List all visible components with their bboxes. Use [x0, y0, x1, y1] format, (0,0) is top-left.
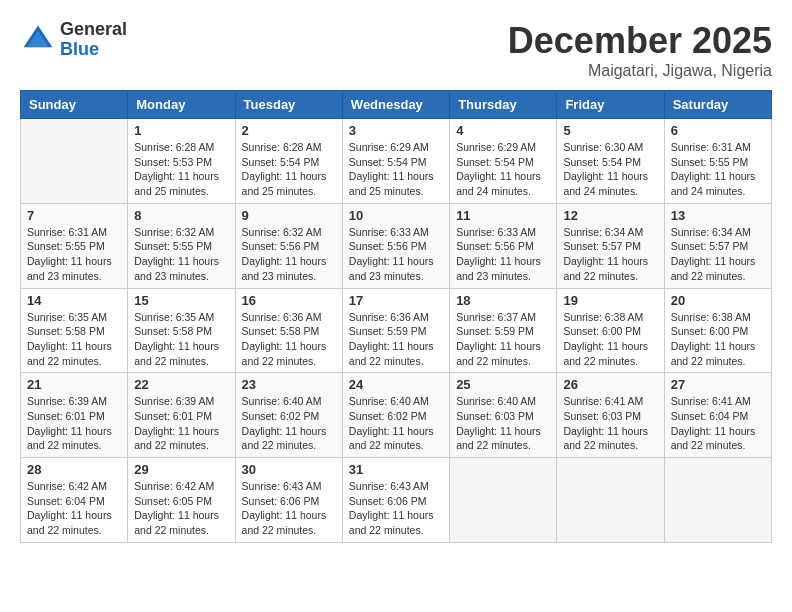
calendar-cell: 1Sunrise: 6:28 AM Sunset: 5:53 PM Daylig… — [128, 119, 235, 204]
logo: General Blue — [20, 20, 127, 60]
day-info: Sunrise: 6:42 AM Sunset: 6:04 PM Dayligh… — [27, 479, 121, 538]
calendar-cell: 15Sunrise: 6:35 AM Sunset: 5:58 PM Dayli… — [128, 288, 235, 373]
day-number: 15 — [134, 293, 228, 308]
day-info: Sunrise: 6:34 AM Sunset: 5:57 PM Dayligh… — [671, 225, 765, 284]
day-info: Sunrise: 6:29 AM Sunset: 5:54 PM Dayligh… — [456, 140, 550, 199]
day-info: Sunrise: 6:39 AM Sunset: 6:01 PM Dayligh… — [134, 394, 228, 453]
day-number: 8 — [134, 208, 228, 223]
day-info: Sunrise: 6:43 AM Sunset: 6:06 PM Dayligh… — [242, 479, 336, 538]
calendar-cell: 9Sunrise: 6:32 AM Sunset: 5:56 PM Daylig… — [235, 203, 342, 288]
day-number: 18 — [456, 293, 550, 308]
day-info: Sunrise: 6:31 AM Sunset: 5:55 PM Dayligh… — [27, 225, 121, 284]
calendar-cell: 21Sunrise: 6:39 AM Sunset: 6:01 PM Dayli… — [21, 373, 128, 458]
day-info: Sunrise: 6:39 AM Sunset: 6:01 PM Dayligh… — [27, 394, 121, 453]
day-number: 11 — [456, 208, 550, 223]
calendar-cell — [664, 458, 771, 543]
day-info: Sunrise: 6:33 AM Sunset: 5:56 PM Dayligh… — [456, 225, 550, 284]
day-number: 4 — [456, 123, 550, 138]
month-title: December 2025 — [508, 20, 772, 62]
day-number: 5 — [563, 123, 657, 138]
calendar-cell — [21, 119, 128, 204]
logo-blue: Blue — [60, 40, 127, 60]
calendar-cell: 27Sunrise: 6:41 AM Sunset: 6:04 PM Dayli… — [664, 373, 771, 458]
logo-icon — [20, 22, 56, 58]
day-info: Sunrise: 6:41 AM Sunset: 6:03 PM Dayligh… — [563, 394, 657, 453]
day-info: Sunrise: 6:43 AM Sunset: 6:06 PM Dayligh… — [349, 479, 443, 538]
title-block: December 2025 Maigatari, Jigawa, Nigeria — [508, 20, 772, 80]
day-number: 13 — [671, 208, 765, 223]
calendar-cell: 7Sunrise: 6:31 AM Sunset: 5:55 PM Daylig… — [21, 203, 128, 288]
calendar-cell: 10Sunrise: 6:33 AM Sunset: 5:56 PM Dayli… — [342, 203, 449, 288]
day-number: 29 — [134, 462, 228, 477]
calendar-cell: 11Sunrise: 6:33 AM Sunset: 5:56 PM Dayli… — [450, 203, 557, 288]
calendar-cell: 14Sunrise: 6:35 AM Sunset: 5:58 PM Dayli… — [21, 288, 128, 373]
day-number: 24 — [349, 377, 443, 392]
day-number: 21 — [27, 377, 121, 392]
calendar-header-friday: Friday — [557, 91, 664, 119]
day-number: 31 — [349, 462, 443, 477]
day-info: Sunrise: 6:33 AM Sunset: 5:56 PM Dayligh… — [349, 225, 443, 284]
calendar-header-row: SundayMondayTuesdayWednesdayThursdayFrid… — [21, 91, 772, 119]
day-number: 7 — [27, 208, 121, 223]
day-number: 23 — [242, 377, 336, 392]
calendar-header-sunday: Sunday — [21, 91, 128, 119]
day-info: Sunrise: 6:37 AM Sunset: 5:59 PM Dayligh… — [456, 310, 550, 369]
calendar-week-row: 7Sunrise: 6:31 AM Sunset: 5:55 PM Daylig… — [21, 203, 772, 288]
calendar-cell: 20Sunrise: 6:38 AM Sunset: 6:00 PM Dayli… — [664, 288, 771, 373]
day-number: 28 — [27, 462, 121, 477]
calendar-week-row: 21Sunrise: 6:39 AM Sunset: 6:01 PM Dayli… — [21, 373, 772, 458]
day-info: Sunrise: 6:40 AM Sunset: 6:03 PM Dayligh… — [456, 394, 550, 453]
calendar-cell: 16Sunrise: 6:36 AM Sunset: 5:58 PM Dayli… — [235, 288, 342, 373]
day-number: 19 — [563, 293, 657, 308]
calendar-header-saturday: Saturday — [664, 91, 771, 119]
calendar-cell: 29Sunrise: 6:42 AM Sunset: 6:05 PM Dayli… — [128, 458, 235, 543]
day-info: Sunrise: 6:29 AM Sunset: 5:54 PM Dayligh… — [349, 140, 443, 199]
day-number: 6 — [671, 123, 765, 138]
calendar-cell: 12Sunrise: 6:34 AM Sunset: 5:57 PM Dayli… — [557, 203, 664, 288]
day-info: Sunrise: 6:35 AM Sunset: 5:58 PM Dayligh… — [134, 310, 228, 369]
day-number: 30 — [242, 462, 336, 477]
calendar-cell: 25Sunrise: 6:40 AM Sunset: 6:03 PM Dayli… — [450, 373, 557, 458]
day-number: 25 — [456, 377, 550, 392]
calendar-cell: 6Sunrise: 6:31 AM Sunset: 5:55 PM Daylig… — [664, 119, 771, 204]
day-info: Sunrise: 6:40 AM Sunset: 6:02 PM Dayligh… — [242, 394, 336, 453]
calendar-cell: 31Sunrise: 6:43 AM Sunset: 6:06 PM Dayli… — [342, 458, 449, 543]
day-number: 27 — [671, 377, 765, 392]
page-header: General Blue December 2025 Maigatari, Ji… — [20, 20, 772, 80]
day-number: 1 — [134, 123, 228, 138]
day-info: Sunrise: 6:41 AM Sunset: 6:04 PM Dayligh… — [671, 394, 765, 453]
day-info: Sunrise: 6:38 AM Sunset: 6:00 PM Dayligh… — [671, 310, 765, 369]
day-info: Sunrise: 6:34 AM Sunset: 5:57 PM Dayligh… — [563, 225, 657, 284]
day-info: Sunrise: 6:42 AM Sunset: 6:05 PM Dayligh… — [134, 479, 228, 538]
calendar-header-monday: Monday — [128, 91, 235, 119]
calendar-cell: 3Sunrise: 6:29 AM Sunset: 5:54 PM Daylig… — [342, 119, 449, 204]
day-info: Sunrise: 6:38 AM Sunset: 6:00 PM Dayligh… — [563, 310, 657, 369]
calendar-week-row: 1Sunrise: 6:28 AM Sunset: 5:53 PM Daylig… — [21, 119, 772, 204]
day-number: 22 — [134, 377, 228, 392]
day-number: 20 — [671, 293, 765, 308]
calendar-cell: 5Sunrise: 6:30 AM Sunset: 5:54 PM Daylig… — [557, 119, 664, 204]
calendar-cell: 26Sunrise: 6:41 AM Sunset: 6:03 PM Dayli… — [557, 373, 664, 458]
day-info: Sunrise: 6:40 AM Sunset: 6:02 PM Dayligh… — [349, 394, 443, 453]
calendar-cell: 2Sunrise: 6:28 AM Sunset: 5:54 PM Daylig… — [235, 119, 342, 204]
day-info: Sunrise: 6:36 AM Sunset: 5:58 PM Dayligh… — [242, 310, 336, 369]
calendar-cell — [450, 458, 557, 543]
calendar-cell — [557, 458, 664, 543]
day-info: Sunrise: 6:36 AM Sunset: 5:59 PM Dayligh… — [349, 310, 443, 369]
day-info: Sunrise: 6:30 AM Sunset: 5:54 PM Dayligh… — [563, 140, 657, 199]
calendar-header-tuesday: Tuesday — [235, 91, 342, 119]
calendar-cell: 23Sunrise: 6:40 AM Sunset: 6:02 PM Dayli… — [235, 373, 342, 458]
day-info: Sunrise: 6:28 AM Sunset: 5:53 PM Dayligh… — [134, 140, 228, 199]
calendar-cell: 24Sunrise: 6:40 AM Sunset: 6:02 PM Dayli… — [342, 373, 449, 458]
logo-general: General — [60, 20, 127, 40]
calendar-cell: 13Sunrise: 6:34 AM Sunset: 5:57 PM Dayli… — [664, 203, 771, 288]
calendar-cell: 22Sunrise: 6:39 AM Sunset: 6:01 PM Dayli… — [128, 373, 235, 458]
calendar-cell: 28Sunrise: 6:42 AM Sunset: 6:04 PM Dayli… — [21, 458, 128, 543]
location: Maigatari, Jigawa, Nigeria — [508, 62, 772, 80]
day-number: 10 — [349, 208, 443, 223]
calendar-header-wednesday: Wednesday — [342, 91, 449, 119]
day-number: 9 — [242, 208, 336, 223]
logo-text: General Blue — [60, 20, 127, 60]
calendar-cell: 17Sunrise: 6:36 AM Sunset: 5:59 PM Dayli… — [342, 288, 449, 373]
day-number: 12 — [563, 208, 657, 223]
